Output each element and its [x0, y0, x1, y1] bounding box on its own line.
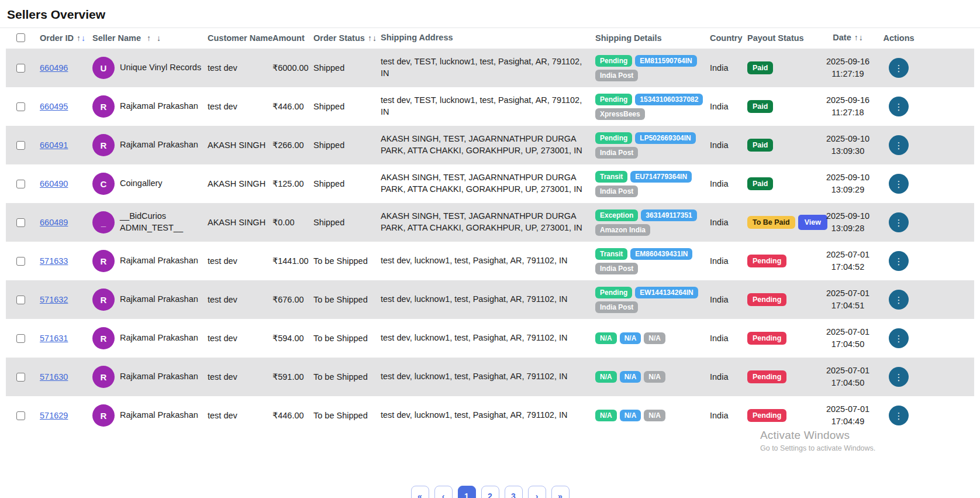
carrier-badge: India Post [595, 186, 638, 197]
shipping-status-badge: N/A [595, 371, 617, 383]
pagination-last-button[interactable]: » [551, 486, 570, 498]
row-checkbox[interactable] [16, 411, 25, 420]
row-checkbox[interactable] [16, 180, 25, 188]
row-actions-button[interactable]: ⋮ [889, 135, 909, 155]
sort-desc-icon[interactable]: ↓ [81, 33, 85, 43]
order-id-link[interactable]: 571629 [40, 411, 68, 420]
payout-status-badge: Paid [747, 139, 773, 152]
order-date: 2025-09-10 13:09:30 [817, 133, 878, 157]
carrier-badge: India Post [595, 263, 638, 274]
table-row: 571633 R Rajkamal Prakashan test dev ₹14… [6, 242, 974, 280]
shipping-address: test dev, lucknow1, test, Pasighat, AR, … [378, 410, 595, 421]
shipping-address: AKASH SINGH, TEST, JAGARNNATHPUR DURGA P… [378, 211, 595, 233]
row-checkbox[interactable] [16, 64, 25, 73]
order-id-link[interactable]: 660491 [40, 140, 68, 150]
shipping-status-badge: Pending [595, 94, 632, 105]
order-id-link[interactable]: 571631 [40, 334, 68, 343]
sort-asc-icon[interactable]: ↑ [368, 33, 372, 43]
sort-asc-icon[interactable]: ↑ [147, 33, 151, 43]
order-status: To be Shipped [310, 372, 378, 382]
pagination-first-button[interactable]: « [411, 486, 429, 498]
time-value: 13:09:28 [817, 222, 878, 235]
row-checkbox[interactable] [16, 102, 25, 111]
pagination-page-button[interactable]: 2 [481, 486, 499, 498]
column-header-date[interactable]: Date ↑↓ [817, 32, 878, 44]
order-id-link[interactable]: 660496 [40, 63, 68, 73]
order-status: Shipped [310, 179, 378, 188]
row-actions-button[interactable]: ⋮ [889, 406, 909, 425]
pagination-prev-button[interactable]: ‹ [434, 486, 453, 498]
row-actions-button[interactable]: ⋮ [889, 174, 909, 194]
order-date: 2025-09-10 13:09:28 [817, 210, 878, 235]
tracking-number-badge: N/A [620, 410, 641, 421]
table-row: 571630 R Rajkamal Prakashan test dev ₹59… [6, 358, 974, 396]
seller-avatar: R [92, 95, 115, 118]
order-amount: ₹125.00 [268, 179, 310, 188]
pagination-next-button[interactable]: › [528, 486, 546, 498]
row-actions-button[interactable]: ⋮ [889, 58, 909, 78]
order-date: 2025-09-16 11:27:19 [817, 56, 878, 80]
column-header-order-id[interactable]: Order ID ↑↓ [35, 33, 88, 43]
row-checkbox[interactable] [16, 257, 25, 266]
row-actions-button[interactable]: ⋮ [889, 212, 909, 232]
payout-status-badge: Paid [747, 177, 773, 191]
row-checkbox[interactable] [16, 296, 25, 304]
row-actions-button[interactable]: ⋮ [889, 328, 909, 348]
select-all-checkbox[interactable] [16, 33, 25, 42]
sort-asc-icon[interactable]: ↑ [854, 33, 858, 42]
shipping-status-badge: Pending [595, 55, 632, 67]
order-id-link[interactable]: 571633 [40, 256, 68, 266]
row-checkbox[interactable] [16, 218, 25, 227]
seller-name: Rajkamal Prakashan [120, 371, 198, 383]
customer-name: test dev [202, 411, 268, 420]
order-id-link[interactable]: 571630 [40, 372, 68, 382]
order-status: To be Shipped [310, 256, 378, 266]
shipping-address: test dev, TEST, lucknow1, test, Pasighat… [378, 56, 595, 79]
country: India [710, 102, 747, 111]
shipping-details: Pending EW144134264IN India Post [595, 287, 710, 313]
row-checkbox[interactable] [16, 334, 25, 343]
column-header-order-status[interactable]: Order Status ↑↓ [310, 33, 378, 43]
row-actions-button[interactable]: ⋮ [889, 367, 909, 387]
tracking-number-badge: EM811590764IN [635, 55, 696, 67]
time-value: 17:04:50 [817, 377, 878, 389]
sort-desc-icon[interactable]: ↓ [157, 33, 161, 43]
pagination-page-button[interactable]: 1 [458, 486, 476, 498]
table-row: 660495 R Rajkamal Prakashan test dev ₹44… [6, 87, 974, 126]
order-amount: ₹446.00 [268, 102, 310, 111]
row-actions-button[interactable]: ⋮ [889, 97, 909, 116]
country: India [710, 63, 747, 73]
sort-desc-icon[interactable]: ↓ [859, 33, 863, 42]
order-id-link[interactable]: 660495 [40, 102, 68, 111]
order-id-link[interactable]: 660489 [40, 218, 68, 227]
column-label: Date [833, 33, 851, 42]
carrier-badge: N/A [644, 410, 665, 421]
payout-status-cell: Pending [747, 293, 817, 307]
shipping-address: test dev, lucknow1, test, Pasighat, AR, … [378, 371, 595, 383]
time-value: 17:04:51 [817, 300, 878, 312]
sort-desc-icon[interactable]: ↓ [372, 33, 377, 43]
shipping-status-badge: N/A [595, 410, 617, 421]
sort-asc-icon[interactable]: ↑ [77, 33, 81, 43]
pagination-page-button[interactable]: 3 [505, 486, 523, 498]
order-id-link[interactable]: 571632 [40, 295, 68, 304]
payout-status-cell: Pending [747, 255, 817, 268]
row-actions-button[interactable]: ⋮ [889, 290, 909, 310]
order-id-link[interactable]: 660490 [40, 179, 68, 188]
tracking-number-badge: EW144134264IN [635, 287, 698, 298]
table-header-row: Order ID ↑↓ Seller Name ↑↓ Customer Name… [6, 28, 974, 49]
shipping-address: AKASH SINGH, TEST, JAGARNNATHPUR DURGA P… [378, 172, 595, 195]
column-header-seller-name[interactable]: Seller Name ↑↓ [88, 33, 202, 43]
payout-status-badge: Pending [747, 332, 786, 345]
ellipsis-icon: ⋮ [895, 64, 903, 73]
row-checkbox[interactable] [16, 373, 25, 382]
row-actions-button[interactable]: ⋮ [889, 251, 909, 271]
order-date: 2025-07-01 17:04:51 [817, 287, 878, 312]
shipping-details: Transit EM860439431IN India Post [595, 248, 710, 274]
shipping-details: Pending LP502669304IN India Post [595, 132, 710, 159]
shipping-details: Pending 153431060337082 XpressBees [595, 94, 710, 120]
page-title: Sellers Overview [6, 0, 974, 28]
row-checkbox[interactable] [16, 141, 25, 150]
watermark-title: Activate Windows [760, 429, 875, 442]
payout-status-badge: To Be Paid [747, 216, 795, 229]
